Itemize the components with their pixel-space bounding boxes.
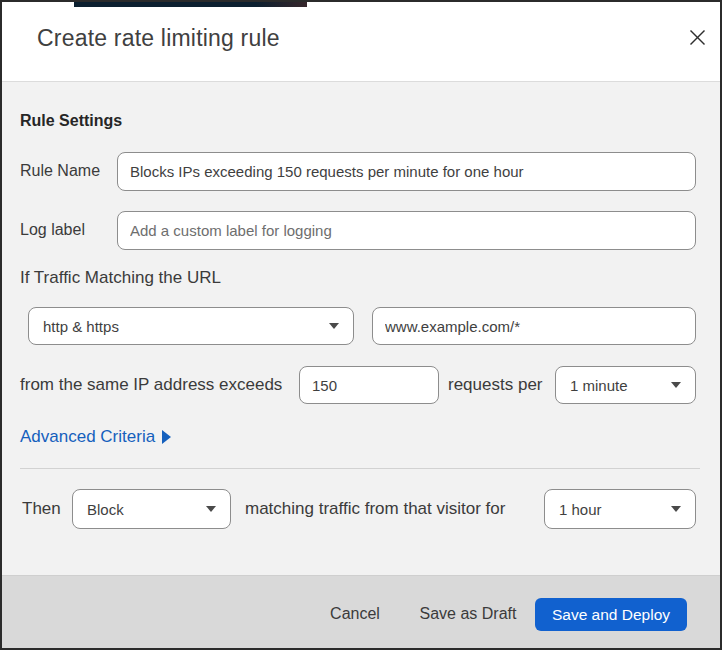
rule-name-label: Rule Name	[20, 162, 100, 180]
dialog-title: Create rate limiting rule	[37, 25, 280, 52]
duration-select[interactable]: 1 hour	[544, 489, 696, 529]
traffic-match-heading: If Traffic Matching the URL	[20, 268, 221, 288]
advanced-criteria-link[interactable]: Advanced Criteria	[20, 427, 171, 447]
dialog-header: Create rate limiting rule	[2, 2, 720, 81]
close-icon[interactable]	[683, 23, 711, 51]
scheme-selected-value: http & https	[43, 318, 119, 335]
action-select[interactable]: Block	[72, 489, 231, 529]
duration-selected-value: 1 hour	[559, 501, 602, 518]
period-selected-value: 1 minute	[570, 377, 628, 394]
chevron-down-icon	[329, 323, 339, 329]
save-and-deploy-button[interactable]: Save and Deploy	[535, 598, 687, 631]
url-pattern-input[interactable]	[372, 307, 696, 345]
create-rate-limiting-rule-dialog: Create rate limiting rule Rule Settings …	[0, 0, 722, 650]
then-label: Then	[22, 499, 61, 519]
then-middle-text: matching traffic from that visitor for	[245, 499, 505, 519]
background-page-strip	[74, 2, 307, 7]
save-as-draft-button[interactable]: Save as Draft	[410, 602, 526, 626]
cancel-button[interactable]: Cancel	[310, 602, 400, 626]
chevron-down-icon	[671, 382, 681, 388]
rule-name-input[interactable]	[117, 152, 696, 191]
chevron-down-icon	[206, 506, 216, 512]
advanced-criteria-label: Advanced Criteria	[20, 427, 155, 447]
period-select[interactable]: 1 minute	[555, 366, 696, 404]
request-count-input[interactable]	[299, 366, 439, 404]
threshold-prefix-text: from the same IP address exceeds	[20, 375, 282, 395]
section-divider	[20, 468, 700, 469]
rule-settings-heading: Rule Settings	[20, 112, 122, 130]
log-label-input[interactable]	[117, 211, 696, 250]
expand-right-icon	[162, 430, 171, 444]
scheme-select[interactable]: http & https	[28, 307, 354, 345]
action-selected-value: Block	[87, 501, 124, 518]
threshold-suffix-text: requests per	[448, 375, 543, 395]
chevron-down-icon	[671, 506, 681, 512]
log-label-label: Log label	[20, 221, 85, 239]
